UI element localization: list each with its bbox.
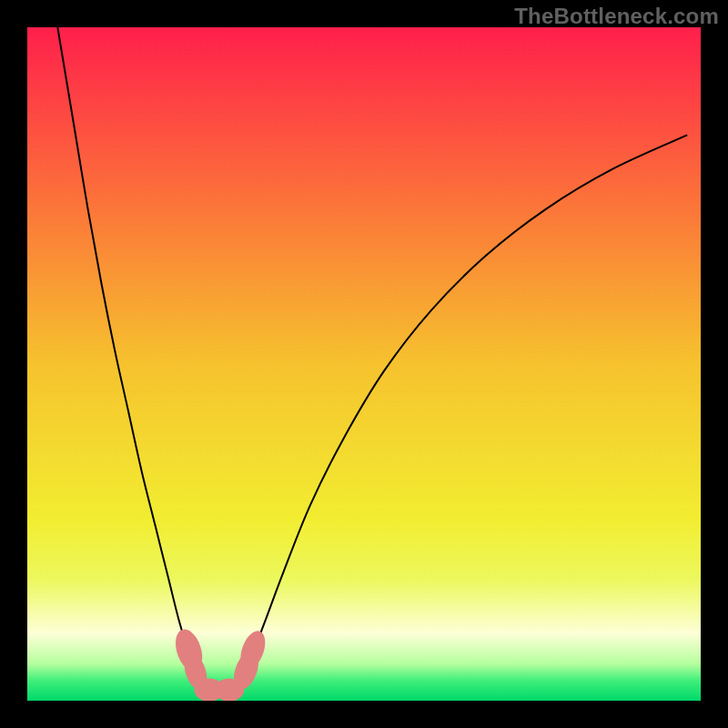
bottleneck-chart [27,27,701,701]
chart-frame: TheBottleneck.com [0,0,728,728]
gradient-background [27,27,701,701]
watermark-label: TheBottleneck.com [514,4,719,29]
